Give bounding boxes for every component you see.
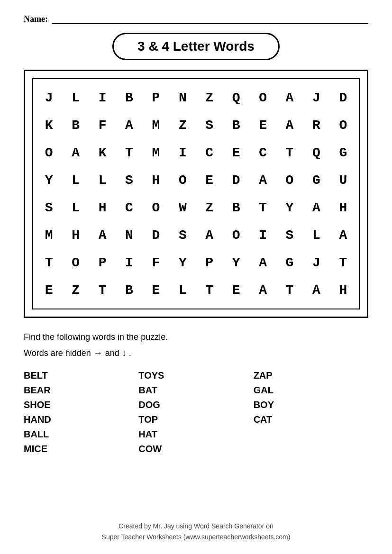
cell-0-0: J (36, 84, 62, 111)
cell-6-0: T (36, 249, 62, 276)
word-item: BELT (24, 370, 138, 381)
word-item: BOY (254, 400, 368, 410)
cell-0-4: P (143, 84, 169, 111)
cell-0-7: Q (223, 84, 249, 111)
cell-3-4: H (143, 166, 169, 194)
arrow-down-icon: ↓ (122, 347, 127, 358)
name-label: Name: (24, 14, 48, 24)
cell-7-9: T (276, 276, 303, 304)
cell-2-1: A (62, 139, 89, 166)
cell-2-4: M (143, 139, 169, 166)
cell-6-7: Y (223, 249, 249, 276)
cell-7-0: E (36, 276, 62, 304)
cell-2-11: G (330, 139, 356, 166)
word-item: BALL (24, 429, 138, 440)
puzzle-title: 3 & 4 Letter Words (112, 33, 280, 60)
cell-5-0: M (36, 221, 62, 249)
cell-1-6: S (196, 111, 223, 139)
cell-3-9: O (276, 166, 303, 194)
cell-6-8: A (249, 249, 276, 276)
footer-line2: Super Teacher Worksheets (www.superteach… (0, 532, 392, 542)
cell-6-2: P (89, 249, 116, 276)
cell-7-3: B (116, 276, 142, 304)
cell-4-8: T (249, 194, 276, 221)
cell-6-4: F (143, 249, 169, 276)
cell-4-1: L (62, 194, 89, 221)
cell-1-3: A (116, 111, 142, 139)
cell-5-7: O (223, 221, 249, 249)
word-item: SHOE (24, 400, 138, 410)
cell-1-1: B (62, 111, 89, 139)
cell-3-7: D (223, 166, 249, 194)
cell-7-1: Z (62, 276, 89, 304)
name-field: Name: (24, 14, 368, 24)
cell-0-3: B (116, 84, 142, 111)
cell-5-11: A (330, 221, 356, 249)
cell-7-11: H (330, 276, 356, 304)
instructions: Find the following words in the puzzle. … (24, 330, 368, 361)
cell-1-4: M (143, 111, 169, 139)
cell-1-8: E (249, 111, 276, 139)
cell-6-3: I (116, 249, 142, 276)
word-item: BEAR (24, 385, 138, 396)
cell-0-1: L (62, 84, 89, 111)
cell-0-11: D (330, 84, 356, 111)
cell-4-2: H (89, 194, 116, 221)
cell-0-9: A (276, 84, 303, 111)
title-container: 3 & 4 Letter Words (24, 33, 368, 60)
cell-7-10: A (303, 276, 329, 304)
cell-3-5: O (169, 166, 196, 194)
cell-3-1: L (62, 166, 89, 194)
cell-6-9: G (276, 249, 303, 276)
cell-2-3: T (116, 139, 142, 166)
cell-2-6: C (196, 139, 223, 166)
cell-1-0: K (36, 111, 62, 139)
word-item: MICE (24, 444, 138, 454)
cell-4-5: W (169, 194, 196, 221)
footer-line1: Created by Mr. Jay using Word Search Gen… (0, 521, 392, 531)
puzzle-outer-border: JLIBPNZQOAJDKBFAMZSBEAROOAKTMICECTQGYLLS… (24, 70, 368, 318)
instructions-line2: Words are hidden → and ↓ . (24, 345, 368, 361)
cell-7-6: T (196, 276, 223, 304)
cell-0-6: Z (196, 84, 223, 111)
instructions-line1: Find the following words in the puzzle. (24, 330, 368, 345)
cell-5-6: A (196, 221, 223, 249)
word-item: DOG (138, 400, 253, 410)
cell-4-7: B (223, 194, 249, 221)
arrow-right-icon: → (93, 347, 103, 358)
word-item: GAL (254, 385, 368, 396)
cell-2-10: Q (303, 139, 329, 166)
cell-4-10: A (303, 194, 329, 221)
cell-5-2: A (89, 221, 116, 249)
cell-3-6: E (196, 166, 223, 194)
cell-5-8: I (249, 221, 276, 249)
puzzle-grid: JLIBPNZQOAJDKBFAMZSBEAROOAKTMICECTQGYLLS… (36, 84, 356, 304)
cell-4-6: Z (196, 194, 223, 221)
cell-0-5: N (169, 84, 196, 111)
puzzle-inner-border: JLIBPNZQOAJDKBFAMZSBEAROOAKTMICECTQGYLLS… (32, 78, 360, 309)
cell-4-11: H (330, 194, 356, 221)
cell-6-5: Y (169, 249, 196, 276)
cell-0-10: J (303, 84, 329, 111)
cell-6-10: J (303, 249, 329, 276)
cell-0-2: I (89, 84, 116, 111)
cell-3-0: Y (36, 166, 62, 194)
word-item: BAT (138, 385, 253, 396)
word-list-col3: ZAPGALBOYCAT (254, 370, 368, 454)
cell-3-11: U (330, 166, 356, 194)
cell-1-10: R (303, 111, 329, 139)
cell-5-10: L (303, 221, 329, 249)
word-item: CAT (254, 414, 368, 425)
cell-4-3: C (116, 194, 142, 221)
word-item: HAND (24, 414, 138, 425)
cell-5-4: D (143, 221, 169, 249)
cell-4-0: S (36, 194, 62, 221)
word-item: TOYS (138, 370, 253, 381)
word-item: ZAP (254, 370, 368, 381)
cell-6-1: O (62, 249, 89, 276)
cell-3-3: S (116, 166, 142, 194)
cell-4-4: O (143, 194, 169, 221)
cell-3-8: A (249, 166, 276, 194)
cell-1-7: B (223, 111, 249, 139)
cell-7-7: E (223, 276, 249, 304)
